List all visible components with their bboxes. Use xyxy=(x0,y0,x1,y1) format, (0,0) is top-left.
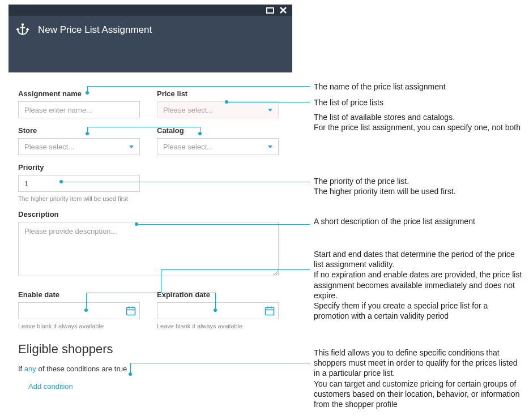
expiration-date-label: Expiration date xyxy=(157,290,279,299)
leader xyxy=(61,182,310,182)
annot-description: A short description of the price list as… xyxy=(314,216,523,226)
leader xyxy=(200,127,200,134)
store-placeholder: Please select... xyxy=(24,143,74,151)
calendar-icon[interactable] xyxy=(125,305,137,317)
add-condition-link[interactable]: Add condition xyxy=(18,382,279,391)
close-icon[interactable] xyxy=(280,7,287,14)
description-input[interactable] xyxy=(18,222,279,276)
catalog-placeholder: Please select... xyxy=(163,143,213,151)
price-list-placeholder: Please select... xyxy=(163,106,213,114)
assignment-name-label: Assignment name xyxy=(18,89,140,98)
form: Assignment name Price list Please select… xyxy=(18,89,279,391)
expiration-date-hint: Leave blank if always available xyxy=(157,323,279,329)
leader xyxy=(227,102,310,102)
svg-rect-1 xyxy=(127,307,135,315)
blade-title: New Price List Assignment xyxy=(38,24,152,36)
anchor-icon xyxy=(15,22,30,38)
chevron-down-icon xyxy=(129,145,134,148)
leader xyxy=(161,269,161,293)
enable-date-label: Enable date xyxy=(18,290,140,299)
calendar-icon[interactable] xyxy=(263,305,276,317)
leader xyxy=(161,293,161,293)
blade-header: New Price List Assignment xyxy=(8,16,292,44)
cond-suffix: of these conditions are true xyxy=(36,365,127,373)
priority-input[interactable] xyxy=(18,175,140,192)
description-label: Description xyxy=(18,210,279,218)
catalog-select[interactable]: Please select... xyxy=(157,138,279,155)
blade-titlebar xyxy=(8,5,292,16)
cond-prefix: If xyxy=(18,365,24,373)
expiration-date-input[interactable] xyxy=(157,302,279,319)
leader xyxy=(87,86,310,87)
maximize-icon[interactable] xyxy=(266,7,274,14)
svg-rect-0 xyxy=(267,8,274,13)
annot-pricelist: The list of price lists xyxy=(314,97,523,108)
leader xyxy=(87,127,169,127)
leader xyxy=(161,269,310,270)
leader xyxy=(86,293,215,293)
annot-priority: The priority of the price list.The highe… xyxy=(314,176,523,196)
store-label: Store xyxy=(18,126,140,135)
leader xyxy=(215,293,216,310)
condition-line: If any of these conditions are true xyxy=(18,365,279,373)
eligible-heading: Eligible shoppers xyxy=(18,342,279,357)
store-select[interactable]: Please select... xyxy=(18,138,140,155)
price-list-select[interactable]: Please select... xyxy=(157,101,279,118)
blade: New Price List Assignment xyxy=(8,5,292,72)
annot-store-catalog: The list of available stores and catalog… xyxy=(314,112,523,132)
leader xyxy=(87,127,88,134)
annot-dates: Start and end dates that determine the p… xyxy=(314,249,523,321)
annot-eligible: This field allows you to define specific… xyxy=(314,348,523,409)
assignment-name-input[interactable] xyxy=(18,101,140,118)
enable-date-hint: Leave blank if always available xyxy=(18,323,140,329)
chevron-down-icon xyxy=(268,145,272,148)
chevron-down-icon xyxy=(268,109,272,112)
leader xyxy=(86,293,87,310)
leader xyxy=(87,86,88,93)
catalog-label: Catalog xyxy=(157,126,279,135)
leader xyxy=(136,224,310,225)
blade-toolbar xyxy=(8,44,292,72)
cond-any-toggle[interactable]: any xyxy=(24,365,36,373)
price-list-label: Price list xyxy=(157,89,279,98)
leader xyxy=(169,127,200,127)
svg-rect-2 xyxy=(266,307,274,315)
annot-name: The name of the price list assignment xyxy=(314,82,523,92)
leader xyxy=(130,363,310,363)
leader xyxy=(130,363,131,374)
enable-date-input[interactable] xyxy=(18,302,140,319)
priority-hint: The higher priority item will be used fi… xyxy=(18,195,140,202)
priority-label: Priority xyxy=(18,163,140,172)
